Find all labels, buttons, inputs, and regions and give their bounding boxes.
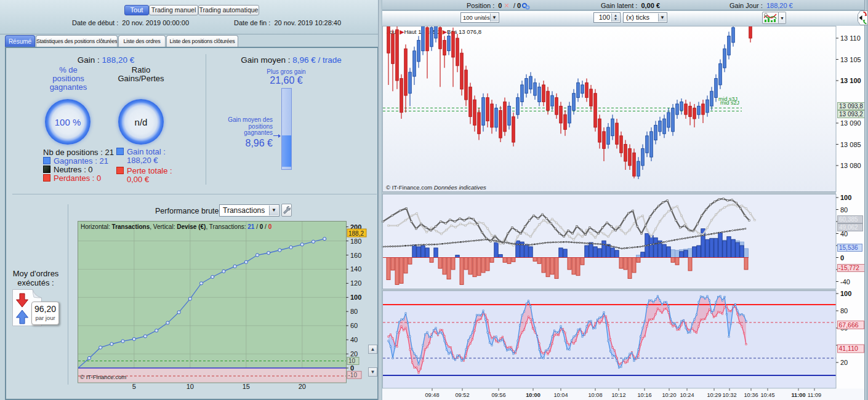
svg-text:0: 0 <box>840 254 844 262</box>
svg-text:13 085: 13 085 <box>840 141 861 148</box>
svg-text:10:00: 10:00 <box>526 392 540 398</box>
svg-text:-15,772: -15,772 <box>838 265 859 271</box>
svg-text:13 100: 13 100 <box>840 77 861 84</box>
svg-text:60,385: 60,385 <box>839 216 858 223</box>
svg-text:67,666: 67,666 <box>839 321 859 329</box>
svg-text:10:45: 10:45 <box>761 392 775 398</box>
svg-text:80: 80 <box>840 206 848 214</box>
svg-text:10:12: 10:12 <box>612 392 626 398</box>
svg-text:13 093,2: 13 093,2 <box>839 111 863 118</box>
svg-text:13 080: 13 080 <box>840 162 861 169</box>
svg-text:10:20: 10:20 <box>662 392 677 398</box>
svg-text:10:16: 10:16 <box>638 392 652 398</box>
svg-text:© IT-Finance.com Données indic: © IT-Finance.com Données indicatives <box>386 184 486 191</box>
svg-text:20: 20 <box>840 359 848 366</box>
svg-text:10:24: 10:24 <box>680 392 694 398</box>
svg-text:13 093,8: 13 093,8 <box>839 103 863 110</box>
svg-text:15,536: 15,536 <box>839 244 858 251</box>
svg-text:11:00: 11:00 <box>792 392 806 398</box>
svg-text:mid s2J: mid s2J <box>720 100 739 106</box>
svg-text:13 105: 13 105 <box>840 56 861 63</box>
svg-text:10:36: 10:36 <box>744 392 758 398</box>
svg-text:41,110: 41,110 <box>839 345 858 352</box>
svg-text:10:04: 10:04 <box>554 392 568 398</box>
svg-text:09:52: 09:52 <box>456 392 470 398</box>
svg-text:10:29: 10:29 <box>707 392 721 398</box>
svg-text:09:48: 09:48 <box>425 392 440 398</box>
svg-text:13 090: 13 090 <box>840 119 861 127</box>
svg-text:Jour ▶Haut 13 105,2 ▶Bas 13 07: Jour ▶Haut 13 105,2 ▶Bas 13 076,8 <box>387 28 481 35</box>
svg-text:100: 100 <box>840 194 851 201</box>
svg-text:11:09: 11:09 <box>808 392 821 398</box>
svg-text:-40: -40 <box>840 278 850 286</box>
svg-text:49,062: 49,062 <box>839 224 858 231</box>
svg-text:80: 80 <box>840 307 848 314</box>
svg-text:10:32: 10:32 <box>723 392 737 398</box>
svg-text:100: 100 <box>840 290 851 297</box>
svg-text:13 110: 13 110 <box>840 34 861 42</box>
svg-text:10:08: 10:08 <box>589 392 603 398</box>
svg-text:09:56: 09:56 <box>492 392 506 398</box>
